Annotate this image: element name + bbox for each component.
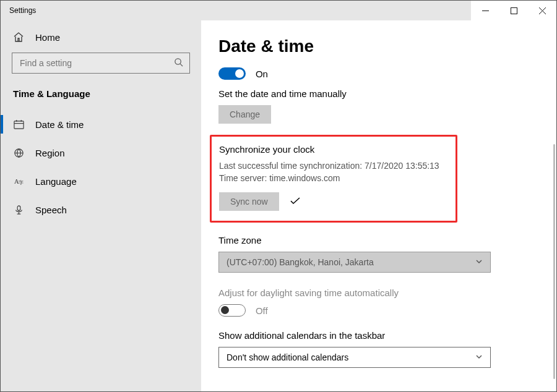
sync-server-text: Time server: time.windows.com <box>219 172 446 184</box>
page-heading: Date & time <box>218 36 524 56</box>
timezone-value: (UTC+07:00) Bangkok, Hanoi, Jakarta <box>227 257 374 267</box>
chevron-down-icon <box>475 257 483 267</box>
search-box[interactable] <box>12 53 190 74</box>
search-input[interactable] <box>19 58 174 69</box>
region-icon <box>13 147 24 158</box>
nav-language-label: Language <box>35 176 77 187</box>
dst-toggle <box>218 304 246 317</box>
nav-home[interactable]: Home <box>1 25 201 53</box>
svg-text:字: 字 <box>18 180 23 185</box>
maximize-button[interactable] <box>499 1 528 20</box>
dst-state: Off <box>256 305 268 315</box>
sync-now-button[interactable]: Sync now <box>219 192 279 211</box>
scrollbar[interactable] <box>553 144 555 379</box>
dst-label: Adjust for daylight saving time automati… <box>218 288 524 298</box>
svg-rect-13 <box>17 205 20 210</box>
additional-calendars-heading: Show additional calendars in the taskbar <box>218 330 524 341</box>
set-manually-label: Set the date and time manually <box>218 88 524 99</box>
chevron-down-icon <box>475 352 483 362</box>
auto-time-state: On <box>256 69 268 79</box>
maximize-icon <box>511 7 517 14</box>
close-icon <box>539 7 546 14</box>
nav-speech-label: Speech <box>35 205 67 215</box>
svg-line-5 <box>180 64 183 66</box>
dst-row: Off <box>218 304 524 317</box>
svg-point-4 <box>175 59 181 64</box>
search-icon <box>174 58 183 69</box>
minimize-button[interactable] <box>471 1 499 20</box>
sidebar: Home Time & Language Date & time Region … <box>1 20 201 391</box>
svg-rect-1 <box>511 7 517 14</box>
window-titlebar: Settings <box>1 1 556 20</box>
nav-date-time[interactable]: Date & time <box>1 110 201 138</box>
nav-language[interactable]: A字 Language <box>1 167 201 195</box>
language-icon: A字 <box>13 176 24 187</box>
nav-home-label: Home <box>35 32 60 43</box>
window-title: Settings <box>1 6 36 15</box>
home-icon <box>13 32 24 43</box>
window-buttons <box>471 1 556 20</box>
svg-rect-6 <box>14 121 23 128</box>
nav-date-time-label: Date & time <box>35 119 84 130</box>
close-button[interactable] <box>528 1 556 20</box>
auto-time-toggle[interactable] <box>218 67 246 80</box>
sync-heading: Synchronize your clock <box>219 144 446 155</box>
nav-region[interactable]: Region <box>1 138 201 167</box>
date-time-icon <box>13 119 24 130</box>
additional-calendars-dropdown[interactable]: Don't show additional calendars <box>218 347 491 368</box>
sync-clock-section: Synchronize your clock Last successful t… <box>210 135 457 223</box>
nav-speech[interactable]: Speech <box>1 195 201 224</box>
content-pane: Date & time On Set the date and time man… <box>201 20 556 391</box>
timezone-heading: Time zone <box>218 235 524 245</box>
sidebar-section-title: Time & Language <box>1 88 201 110</box>
auto-time-row: On <box>218 67 524 80</box>
speech-icon <box>13 204 24 215</box>
additional-calendars-value: Don't show additional calendars <box>227 352 348 362</box>
nav-region-label: Region <box>35 148 65 158</box>
sync-last-text: Last successful time synchronization: 7/… <box>219 160 446 172</box>
change-button[interactable]: Change <box>218 105 271 124</box>
timezone-dropdown[interactable]: (UTC+07:00) Bangkok, Hanoi, Jakarta <box>218 252 491 273</box>
minimize-icon <box>482 7 489 14</box>
sync-success-icon <box>290 197 300 207</box>
